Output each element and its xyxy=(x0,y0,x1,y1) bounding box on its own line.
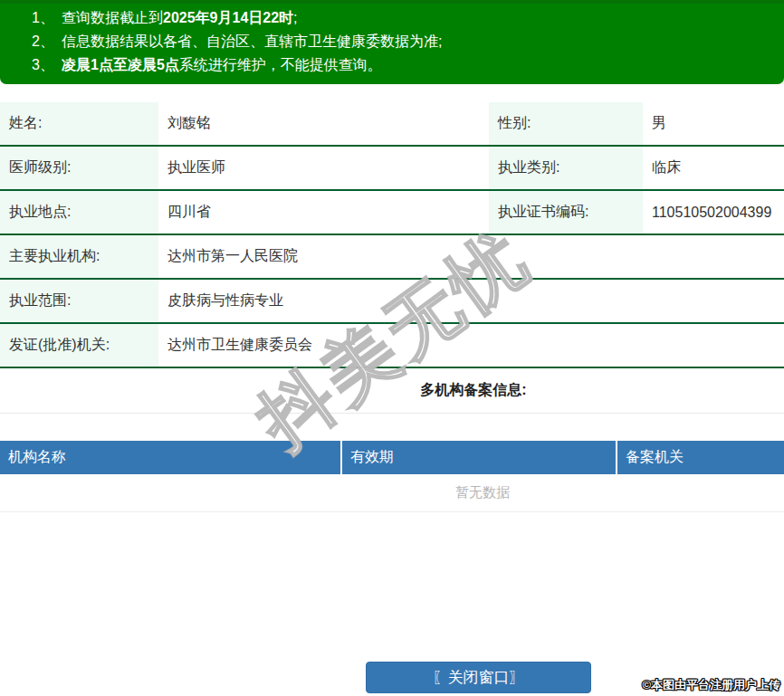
field-label-gender: 性别: xyxy=(489,102,643,145)
field-label-main-institution: 主要执业机构: xyxy=(0,235,158,278)
table-row: 医师级别: 执业医师 执业类别: 临床 xyxy=(0,147,784,191)
notice-text: 查询数据截止到2025年9月14日22时; xyxy=(62,6,298,30)
field-value-practice-location: 四川省 xyxy=(158,191,489,234)
table-row: 姓名: 刘馥铭 性别: 男 xyxy=(0,102,784,147)
table-row: 执业地点: 四川省 执业证书编码: 110510502004399 xyxy=(0,191,784,235)
field-label-practice-scope: 执业范围: xyxy=(0,280,158,322)
field-value-issuing-authority: 达州市卫生健康委员会 xyxy=(158,324,784,367)
record-table: 机构名称 有效期 备案机关 暂无数据 xyxy=(0,441,784,512)
notice-panel: 1、 查询数据截止到2025年9月14日22时; 2、 信息数据结果以各省、自治… xyxy=(0,0,784,84)
notice-text-pre: 查询数据截止到 xyxy=(62,10,163,25)
notice-text-bold: 2025年9月14日22时 xyxy=(163,10,293,25)
notice-line-3: 3、 凌晨1点至凌晨5点系统进行维护，不能提供查询。 xyxy=(0,53,784,77)
field-label-name: 姓名: xyxy=(0,102,158,145)
table-row: 发证(批准)机关: 达州市卫生健康委员会 xyxy=(0,324,784,368)
field-label-practice-category: 执业类别: xyxy=(489,147,643,189)
notice-text-bold: 凌晨1点至凌晨5点 xyxy=(62,57,179,72)
column-header-institution-name: 机构名称 xyxy=(0,441,342,474)
upload-credit-text: ©本图由平台注册用户上传 xyxy=(642,677,780,693)
field-label-doctor-level: 医师级别: xyxy=(0,147,158,189)
notice-number: 2、 xyxy=(27,30,54,53)
column-header-filing-authority: 备案机关 xyxy=(617,441,784,474)
field-value-practice-scope: 皮肤病与性病专业 xyxy=(158,280,784,322)
notice-number: 3、 xyxy=(27,53,54,77)
table-row: 执业范围: 皮肤病与性病专业 xyxy=(0,280,784,324)
table-row: 主要执业机构: 达州市第一人民医院 xyxy=(0,235,784,280)
empty-data-placeholder: 暂无数据 xyxy=(0,474,784,512)
field-value-name: 刘馥铭 xyxy=(158,102,489,145)
practitioner-profile-table: 姓名: 刘馥铭 性别: 男 医师级别: 执业医师 执业类别: 临床 执业地点: … xyxy=(0,102,784,368)
field-value-doctor-level: 执业医师 xyxy=(158,147,489,189)
field-value-gender: 男 xyxy=(643,102,784,145)
notice-text: 凌晨1点至凌晨5点系统进行维护，不能提供查询。 xyxy=(62,53,382,77)
close-window-button[interactable]: 〖关闭窗口〗 xyxy=(366,662,591,693)
field-label-certificate-number: 执业证书编码: xyxy=(489,191,643,234)
section-title-multi-institution: 多机构备案信息: xyxy=(0,368,784,414)
field-value-main-institution: 达州市第一人民医院 xyxy=(158,235,784,278)
notice-text-post: 系统进行维护，不能提供查询。 xyxy=(179,57,382,72)
notice-line-2: 2、 信息数据结果以各省、自治区、直辖市卫生健康委数据为准; xyxy=(0,30,784,53)
notice-text-pre: 信息数据结果以各省、自治区、直辖市卫生健康委数据为准; xyxy=(62,33,442,49)
field-label-practice-location: 执业地点: xyxy=(0,191,158,234)
notice-text-post: ; xyxy=(293,10,297,25)
field-value-certificate-number: 110510502004399 xyxy=(643,191,784,234)
notice-text: 信息数据结果以各省、自治区、直辖市卫生健康委数据为准; xyxy=(62,30,442,53)
notice-number: 1、 xyxy=(27,6,54,30)
record-table-header: 机构名称 有效期 备案机关 xyxy=(0,441,784,474)
notice-line-1: 1、 查询数据截止到2025年9月14日22时; xyxy=(0,6,784,30)
column-header-validity-period: 有效期 xyxy=(342,441,617,474)
field-label-issuing-authority: 发证(批准)机关: xyxy=(0,324,158,367)
field-value-practice-category: 临床 xyxy=(643,147,784,189)
